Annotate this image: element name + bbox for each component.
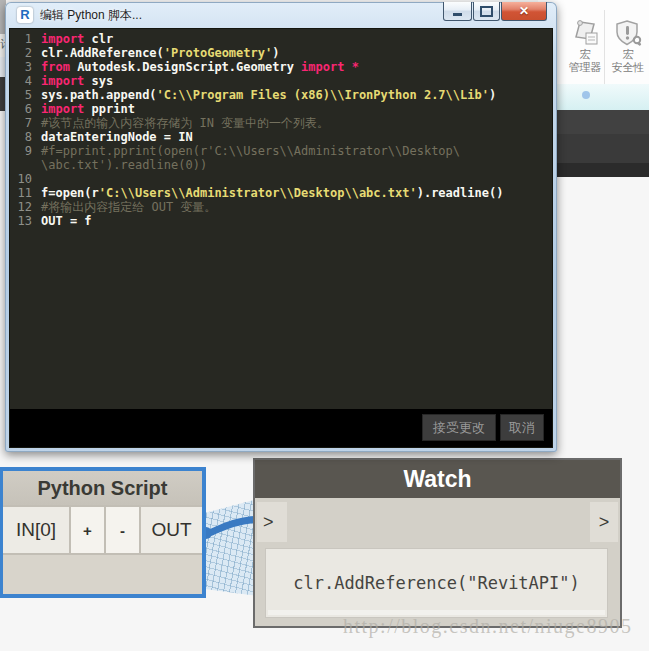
- add-input-button[interactable]: +: [71, 507, 104, 553]
- watch-output-port[interactable]: >: [590, 502, 618, 542]
- close-icon: ✕: [519, 4, 529, 18]
- dialog-title: 编辑 Python 脚本...: [40, 7, 142, 24]
- line-number: 2: [10, 46, 37, 60]
- python-editor-dialog: R 编辑 Python 脚本... ✕ 1import clr2clr.AddR…: [5, 2, 557, 452]
- watch-node[interactable]: Watch > > clr.AddReference("RevitAPI"): [253, 458, 622, 628]
- code-line: 1import clr: [10, 32, 552, 46]
- window-controls: ✕: [442, 2, 547, 21]
- view-dot: [582, 91, 590, 99]
- python-node-title[interactable]: Python Script: [3, 471, 202, 505]
- code-line: 6import pprint: [10, 102, 552, 116]
- line-number: 4: [10, 74, 37, 88]
- code-line: 2clr.AddReference('ProtoGeometry'): [10, 46, 552, 60]
- macro-manager-label-line1: 宏: [563, 48, 607, 61]
- accept-changes-button[interactable]: 接受更改: [422, 414, 496, 441]
- python-node-body: [3, 555, 202, 594]
- code-line: 7#该节点的输入内容将存储为 IN 变量中的一个列表。: [10, 116, 552, 130]
- line-number: 13: [10, 214, 37, 228]
- macro-manager-scroll-icon: [570, 18, 600, 48]
- code-line: 10: [10, 172, 552, 186]
- macro-manager-button[interactable]: 宏 管理器: [563, 18, 607, 74]
- ribbon-separator: [604, 10, 605, 84]
- watch-value-text: clr.AddReference("RevitAPI"): [293, 573, 580, 593]
- macro-manager-label-line2: 管理器: [563, 61, 607, 74]
- watch-input-port[interactable]: >: [257, 502, 287, 542]
- input-port-in0[interactable]: IN[0]: [3, 507, 69, 553]
- macro-security-shield-icon: [613, 18, 643, 48]
- output-port-out[interactable]: OUT: [141, 507, 202, 553]
- line-number: 6: [10, 102, 37, 116]
- watermark-text: http://blog.csdn.net/niuge8905: [343, 615, 632, 638]
- watch-value-panel: clr.AddReference("RevitAPI"): [265, 548, 608, 618]
- code-line: 5sys.path.append('C:\\Program Files (x86…: [10, 88, 552, 102]
- minimize-button[interactable]: [443, 2, 472, 21]
- macro-security-label-line2: 安全性: [606, 61, 649, 74]
- macro-security-button[interactable]: 宏 安全性: [606, 18, 649, 74]
- maximize-button[interactable]: [473, 2, 500, 21]
- code-line: 13OUT = f: [10, 214, 552, 228]
- cancel-button[interactable]: 取消: [500, 414, 544, 441]
- code-editor[interactable]: 1import clr2clr.AddReference('ProtoGeome…: [10, 32, 552, 228]
- code-line: \abc.txt').readline(0)): [10, 158, 552, 172]
- code-line: 3from Autodesk.DesignScript.Geometry imp…: [10, 60, 552, 74]
- close-button[interactable]: ✕: [501, 2, 547, 21]
- line-number: 10: [10, 172, 37, 186]
- line-number: 12: [10, 200, 37, 214]
- python-script-node[interactable]: Python Script IN[0] + - OUT: [0, 467, 206, 598]
- code-line: 8dataEnteringNode = IN: [10, 130, 552, 144]
- minimize-icon: [453, 13, 462, 16]
- line-number: [10, 158, 37, 172]
- remove-input-button[interactable]: -: [106, 507, 139, 553]
- code-line: 4import sys: [10, 74, 552, 88]
- maximize-icon: [480, 6, 493, 17]
- code-line: 9#f=pprint.pprint(open(r'C:\\Users\\Admi…: [10, 144, 552, 158]
- line-number: 3: [10, 60, 37, 74]
- dialog-client-area: 1import clr2clr.AddReference('ProtoGeome…: [9, 28, 553, 448]
- python-node-ports-row: IN[0] + - OUT: [3, 505, 202, 555]
- code-line: 11f=open(r'C:\\Users\\Administrator\\Des…: [10, 186, 552, 200]
- dialog-button-bar: 接受更改 取消: [10, 409, 552, 447]
- line-number: 1: [10, 32, 37, 46]
- line-number: 5: [10, 88, 37, 102]
- line-number: 11: [10, 186, 37, 200]
- code-line: 12#将输出内容指定给 OUT 变量。: [10, 200, 552, 214]
- line-number: 7: [10, 116, 37, 130]
- line-number: 8: [10, 130, 37, 144]
- line-number: 9: [10, 144, 37, 158]
- macro-security-label-line1: 宏: [606, 48, 649, 61]
- watch-node-title[interactable]: Watch: [255, 460, 620, 498]
- revit-app-icon: R: [17, 7, 33, 23]
